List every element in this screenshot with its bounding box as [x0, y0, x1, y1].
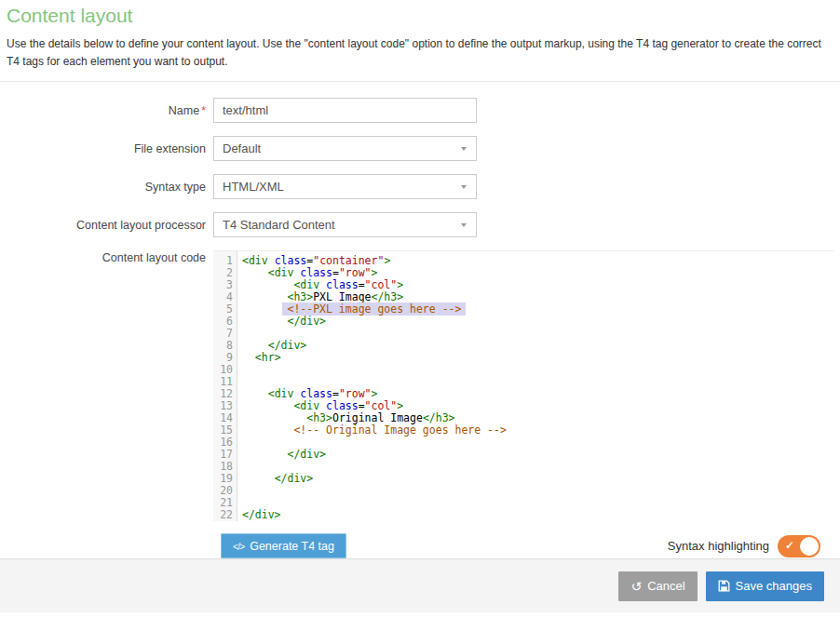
- code-token: [242, 315, 287, 328]
- code-line[interactable]: </div>: [242, 473, 833, 485]
- code-line[interactable]: [242, 461, 833, 473]
- code-token: <div: [293, 399, 319, 412]
- code-token: [242, 448, 287, 461]
- save-changes-button[interactable]: Save changes: [706, 571, 824, 601]
- code-token: </div>: [287, 315, 326, 328]
- code-token: "row": [339, 266, 372, 279]
- chevron-down-icon: [461, 185, 467, 189]
- code-line[interactable]: [242, 328, 833, 340]
- footer-bar: ↺ Cancel Save changes: [0, 558, 840, 612]
- code-token: =: [332, 266, 339, 279]
- generate-button-label: Generate T4 tag: [250, 540, 334, 553]
- code-line[interactable]: </div>: [242, 340, 833, 352]
- cancel-button[interactable]: ↺ Cancel: [618, 571, 697, 601]
- chevron-down-icon: [461, 223, 467, 227]
- code-token: <h3>: [306, 411, 332, 424]
- code-token: [242, 387, 268, 400]
- generate-t4-tag-button[interactable]: </> Generate T4 tag: [221, 533, 346, 558]
- chevron-down-icon: [461, 147, 467, 151]
- code-line[interactable]: [242, 485, 833, 497]
- code-token: <div: [268, 387, 294, 400]
- code-token-comment: <!--PXL image goes here -->: [287, 302, 461, 316]
- syntax-highlighting-label: Syntax highlighting: [668, 539, 769, 553]
- syntax-highlighting-toggle[interactable]: ✓: [778, 535, 820, 558]
- code-token: </div>: [287, 448, 326, 461]
- content-layout-page: Content layout Use the details below to …: [0, 0, 840, 558]
- code-token: [242, 266, 268, 279]
- save-button-label: Save changes: [736, 579, 812, 593]
- code-token-comment: <!-- Original Image goes here -->: [293, 423, 506, 437]
- name-label-text: Name: [169, 104, 199, 117]
- code-token: [242, 290, 287, 303]
- code-token: >: [397, 278, 403, 291]
- code-token: class: [326, 278, 359, 291]
- code-token: class: [300, 266, 332, 279]
- toggle-knob: [800, 537, 819, 556]
- syntax-highlighting-group: Syntax highlighting ✓: [668, 535, 820, 558]
- code-token: [242, 351, 255, 364]
- content-layout-processor-select[interactable]: T4 Standard Content: [213, 212, 477, 237]
- form-row-name: Name*: [7, 98, 833, 123]
- syntax-type-select[interactable]: HTML/XML: [213, 174, 477, 199]
- form-row-file-extension: File extension Default: [7, 136, 833, 161]
- code-token: [242, 472, 275, 485]
- syntax-type-label: Syntax type: [7, 174, 213, 199]
- code-token: <div: [268, 266, 294, 279]
- code-token: </div>: [275, 472, 314, 485]
- code-gutter: 12345678910111213141516171819202122: [213, 251, 237, 521]
- code-token: Original Image: [332, 411, 423, 424]
- code-token: [242, 423, 293, 437]
- code-token: "col": [365, 399, 398, 412]
- line-number: 22: [213, 509, 233, 521]
- code-token: "col": [365, 278, 398, 291]
- processor-label: Content layout processor: [7, 212, 213, 237]
- file-extension-value: Default: [223, 141, 261, 155]
- code-line[interactable]: <!-- Original Image goes here -->: [242, 424, 833, 437]
- code-line[interactable]: </div>: [242, 509, 833, 521]
- code-line[interactable]: [242, 497, 833, 509]
- code-line[interactable]: [242, 364, 833, 376]
- code-token: </h3>: [371, 290, 403, 303]
- page-title: Content layout: [7, 5, 833, 27]
- code-token: [242, 278, 293, 291]
- code-token: [242, 399, 293, 412]
- code-label: Content layout code: [7, 250, 213, 521]
- required-asterisk: *: [201, 104, 206, 117]
- code-token: <hr>: [255, 351, 281, 364]
- code-token: >: [372, 387, 378, 400]
- code-icon: </>: [233, 541, 244, 552]
- code-token: class: [300, 387, 332, 400]
- code-editor[interactable]: 12345678910111213141516171819202122 <div…: [213, 250, 833, 521]
- code-token: </div>: [268, 339, 307, 352]
- form-row-syntax-type: Syntax type HTML/XML: [7, 174, 833, 199]
- name-label: Name*: [7, 98, 213, 123]
- page-description: Use the details below to define your con…: [7, 35, 833, 71]
- check-icon: ✓: [785, 539, 794, 552]
- actions-row: </> Generate T4 tag Syntax highlighting …: [221, 533, 833, 558]
- code-token: =: [359, 278, 365, 291]
- code-line[interactable]: <!--PXL image goes here -->: [242, 303, 833, 316]
- save-icon: [718, 580, 730, 592]
- cancel-button-label: Cancel: [647, 579, 684, 593]
- code-token: [319, 278, 326, 291]
- code-line[interactable]: [242, 437, 833, 449]
- syntax-type-value: HTML/XML: [223, 180, 284, 194]
- form-row-processor: Content layout processor T4 Standard Con…: [7, 212, 833, 237]
- code-token: </div>: [242, 508, 281, 521]
- file-extension-select[interactable]: Default: [213, 136, 477, 161]
- code-token: "row": [339, 387, 372, 400]
- code-token: <h3>: [287, 290, 313, 303]
- code-token: [319, 399, 326, 412]
- name-input[interactable]: [213, 98, 477, 123]
- code-line[interactable]: </div>: [242, 316, 833, 328]
- code-token: >: [397, 399, 403, 412]
- code-line[interactable]: <hr>: [242, 352, 833, 364]
- code-lines[interactable]: <div class="container"> <div class="row"…: [237, 255, 833, 521]
- code-token: PXL Image: [313, 290, 371, 303]
- code-token: =: [332, 387, 339, 400]
- undo-icon: ↺: [630, 580, 642, 593]
- code-token: </h3>: [423, 411, 455, 424]
- code-line[interactable]: </div>: [242, 449, 833, 461]
- file-extension-label: File extension: [7, 136, 213, 161]
- code-token: class: [326, 399, 359, 412]
